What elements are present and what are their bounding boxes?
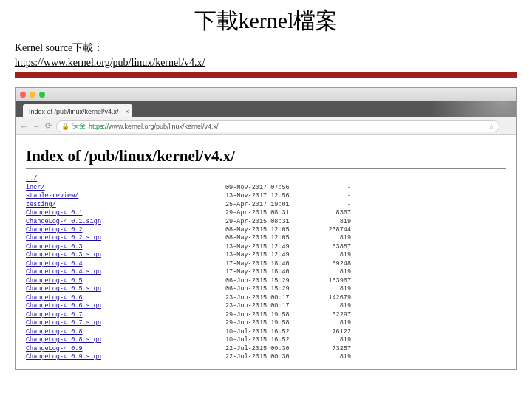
file-date: 13-May-2015 12:49 [225,251,307,259]
file-date: 29-Jun-2015 19:58 [225,319,307,327]
file-date: 29-Jun-2015 19:58 [225,311,307,319]
file-size: 819 [307,218,351,226]
file-size: 238744 [307,226,351,234]
file-size [307,175,351,183]
file-link[interactable]: ChangeLog-4.0.9 [26,345,83,352]
back-icon[interactable]: ← [20,122,28,131]
source-label: Kernel source下載： [15,42,103,53]
file-size: 819 [307,251,351,259]
list-item: ChangeLog-4.0.729-Jun-2015 19:5832297 [26,311,506,319]
file-date: 13-May-2015 12:49 [225,243,307,251]
file-date: 10-Jul-2015 16:52 [225,328,307,336]
file-link[interactable]: ChangeLog-4.0.6 [26,294,83,301]
file-date: 17-May-2015 18:40 [225,268,307,276]
file-date: 23-Jun-2015 00:17 [225,302,307,310]
file-link[interactable]: ChangeLog-4.0.2.sign [26,234,101,242]
reload-icon[interactable]: ⟳ [45,121,52,131]
file-link[interactable]: incr/ [26,184,45,191]
list-item: ChangeLog-4.0.922-Jul-2015 00:3073257 [26,345,506,353]
close-icon[interactable]: × [125,108,129,115]
list-item: ChangeLog-4.0.208-May-2015 12:05238744 [26,226,506,234]
file-link[interactable]: ChangeLog-4.0.8 [26,328,83,335]
url-text: https://www.kernel.org/pub/linux/kernel/… [89,123,219,130]
list-item: stable-review/13-Nov-2017 12:56- [26,192,506,200]
file-date: 29-Apr-2015 08:31 [225,218,307,226]
file-size: 163967 [307,277,351,285]
url-host-path: www.kernel.org/pub/linux/kernel/v4.x/ [109,123,219,130]
index-heading: Index of /pub/linux/kernel/v4.x/ [26,147,506,166]
list-item: ChangeLog-4.0.8.sign10-Jul-2015 16:52819 [26,336,506,344]
title-underline [15,72,517,78]
menu-icon[interactable]: ⋮ [504,121,512,131]
source-block: Kernel source下載： https://www.kernel.org/… [15,41,517,69]
list-item: ChangeLog-4.0.6.sign23-Jun-2015 00:17819 [26,302,506,310]
window-minimize-icon[interactable] [30,92,35,98]
file-link[interactable]: ChangeLog-4.0.4.sign [26,268,101,276]
directory-listing: ../incr/09-Nov-2017 07:56-stable-review/… [26,175,506,361]
source-url-link[interactable]: https://www.kernel.org/pub/linux/kernel/… [15,57,205,68]
file-link[interactable]: ChangeLog-4.0.7.sign [26,319,101,327]
list-item: ChangeLog-4.0.9.sign22-Jul-2015 00:30819 [26,353,506,361]
file-size: 819 [307,285,351,293]
file-date: 23-Jun-2015 00:17 [225,294,307,302]
file-date: 13-Nov-2017 12:56 [225,192,307,200]
file-size: 819 [307,353,351,361]
browser-tab[interactable]: Index of /pub/linux/kernel/v4.x/ × [23,104,132,117]
file-size: 819 [307,302,351,310]
file-size: 63887 [307,243,351,251]
file-link[interactable]: ChangeLog-4.0.2 [26,226,83,233]
page-content: Index of /pub/linux/kernel/v4.x/ ../incr… [16,135,516,369]
list-item: ChangeLog-4.0.623-Jun-2015 00:17142679 [26,294,506,302]
file-date: 08-May-2015 12:05 [225,234,307,242]
slide-footer-line [15,381,517,381]
window-titlebar [16,88,516,101]
file-size: - [307,184,351,192]
file-size: 8367 [307,209,351,217]
file-date: 06-Jun-2015 15:29 [225,285,307,293]
list-item: ChangeLog-4.0.7.sign29-Jun-2015 19:58819 [26,319,506,327]
star-icon[interactable]: ☆ [488,123,494,130]
window-zoom-icon[interactable] [39,92,45,98]
file-size: 819 [307,336,351,344]
divider [26,168,506,169]
file-size: 819 [307,268,351,276]
file-link[interactable]: ChangeLog-4.0.5.sign [26,285,101,293]
forward-icon[interactable]: → [33,122,41,131]
file-size: - [307,192,351,200]
file-date: 06-Jun-2015 15:29 [225,277,307,285]
file-size: 69248 [307,260,351,268]
file-link[interactable]: ChangeLog-4.0.4 [26,260,83,267]
file-link[interactable]: ChangeLog-4.0.1.sign [26,218,101,225]
file-link[interactable]: ChangeLog-4.0.9.sign [26,353,101,361]
file-link[interactable]: ChangeLog-4.0.6.sign [26,302,101,310]
file-link[interactable]: ChangeLog-4.0.1 [26,209,83,216]
list-item: ChangeLog-4.0.5.sign06-Jun-2015 15:29819 [26,285,506,293]
list-item: ChangeLog-4.0.810-Jul-2015 16:5276122 [26,328,506,336]
file-link[interactable]: ChangeLog-4.0.8.sign [26,336,101,344]
file-link[interactable]: ChangeLog-4.0.7 [26,311,83,318]
url-scheme: https:// [89,123,109,130]
window-close-icon[interactable] [20,92,26,98]
file-date: 10-Jul-2015 16:52 [225,336,307,344]
file-size: 76122 [307,328,351,336]
list-item: testing/25-Apr-2017 19:01- [26,201,506,209]
file-size: 819 [307,319,351,327]
file-link[interactable]: testing/ [26,201,56,208]
tab-strip: Index of /pub/linux/kernel/v4.x/ × [16,101,516,117]
file-link[interactable]: ChangeLog-4.0.3.sign [26,251,101,259]
file-size: 819 [307,234,351,242]
file-date: 25-Apr-2017 19:01 [225,201,307,209]
secure-label: 安全 [72,121,86,131]
list-item: ChangeLog-4.0.2.sign08-May-2015 12:05819 [26,234,506,242]
url-field[interactable]: 🔒 安全 https://www.kernel.org/pub/linux/ke… [56,120,499,132]
file-date: 29-Apr-2015 08:31 [225,209,307,217]
file-link[interactable]: ../ [26,175,37,183]
file-link[interactable]: stable-review/ [26,192,78,200]
file-link[interactable]: ChangeLog-4.0.3 [26,243,83,250]
file-date [225,175,307,183]
list-item: ChangeLog-4.0.1.sign29-Apr-2015 08:31819 [26,218,506,226]
file-date: 08-May-2015 12:05 [225,226,307,234]
file-date: 17-May-2015 18:40 [225,260,307,268]
file-size: 32297 [307,311,351,319]
file-link[interactable]: ChangeLog-4.0.5 [26,277,83,284]
